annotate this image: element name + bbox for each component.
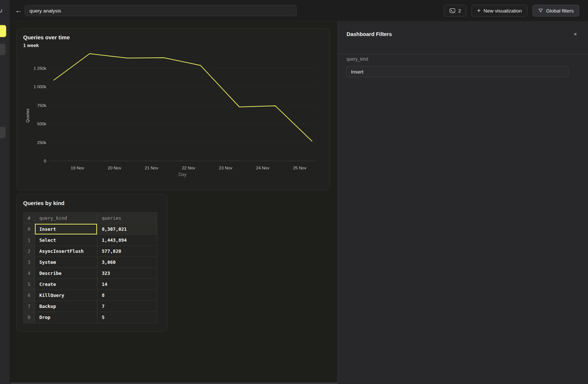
queries-table: #query_kindqueries0Insert8,307,0211Selec… — [23, 212, 157, 323]
x-tick-label: 20 Nov — [108, 166, 121, 170]
x-tick-label: 24 Nov — [256, 166, 270, 170]
table-row: 7Backup7 — [24, 301, 157, 312]
table-row: 8Drop5 — [24, 312, 157, 323]
column-header-query-kind[interactable]: query_kind — [35, 213, 97, 224]
cell-queries[interactable]: 577,820 — [97, 246, 157, 257]
table-row: 6KillQuery8 — [24, 290, 157, 301]
global-filters-button[interactable]: Global filters — [533, 5, 579, 17]
x-tick-label: 21 Nov — [145, 166, 158, 170]
query-kind-filter-input[interactable] — [347, 66, 569, 77]
query-kind-filter-label: query_kind — [347, 57, 368, 62]
y-axis-label: Queries — [25, 108, 30, 123]
cell-queries[interactable]: 14 — [97, 279, 157, 290]
console-tabs-button[interactable]: 2 — [444, 5, 467, 17]
y-tick-label: 500k — [37, 122, 46, 126]
new-visualization-label: New visualization — [484, 8, 522, 14]
left-sidebar: ↻ — [0, 0, 10, 384]
filters-panel-title: Dashboard Filters — [347, 31, 392, 37]
queries-line — [54, 54, 312, 141]
row-index: 0 — [24, 224, 35, 235]
table-row: 3System3,060 — [24, 257, 157, 268]
x-tick-label: 23 Nov — [219, 166, 233, 170]
x-tick-label: 19 Nov — [71, 166, 84, 170]
cell-query-kind[interactable]: Insert — [35, 224, 97, 235]
table-header-row: #query_kindqueries — [24, 213, 157, 224]
queries-over-time-card: Queries over time 1 week 0250k500k750k1 … — [17, 28, 330, 190]
dashboard-filters-panel: Dashboard Filters × query_kind — [337, 21, 588, 384]
y-tick-label: 0 — [44, 159, 46, 163]
cell-queries[interactable]: 3,060 — [97, 257, 157, 268]
console-count-label: 2 — [458, 8, 461, 14]
cell-query-kind[interactable]: Select — [35, 235, 97, 246]
y-tick-label: 750k — [37, 103, 46, 108]
global-filters-label: Global filters — [546, 8, 574, 14]
x-tick-label: 22 Nov — [182, 166, 196, 170]
row-index: 8 — [24, 312, 35, 323]
x-tick-label: 25 Nov — [293, 166, 306, 170]
column-header-index[interactable]: # — [24, 213, 35, 224]
cell-query-kind[interactable]: AsyncInsertFlush — [35, 246, 97, 257]
cell-query-kind[interactable]: KillQuery — [35, 290, 97, 301]
back-button[interactable]: ← — [15, 6, 22, 15]
close-icon[interactable]: × — [574, 31, 577, 37]
topbar-actions: 2 + New visualization Global filters — [444, 5, 579, 17]
table-row: 1Select1,443,894 — [24, 235, 157, 246]
filters-panel-header: Dashboard Filters × — [338, 21, 588, 54]
x-axis-label: Day — [179, 172, 186, 177]
sidebar-tile[interactable] — [0, 44, 6, 55]
cell-query-kind[interactable]: Describe — [35, 268, 97, 279]
cell-query-kind[interactable]: Backup — [35, 301, 97, 312]
new-visualization-button[interactable]: + New visualization — [472, 5, 527, 17]
queries-line-chart: 0250k500k750k1 000k1 250k19 Nov20 Nov21 … — [17, 29, 330, 190]
table-row: 2AsyncInsertFlush577,820 — [24, 246, 157, 257]
cell-queries[interactable]: 5 — [97, 312, 157, 323]
y-tick-label: 250k — [37, 140, 46, 145]
cell-query-kind[interactable]: Create — [35, 279, 97, 290]
cell-queries[interactable]: 8,307,021 — [97, 224, 157, 235]
sidebar-tile-active[interactable] — [0, 25, 6, 37]
row-index: 2 — [24, 246, 35, 257]
table-row: 0Insert8,307,021 — [24, 224, 157, 235]
plus-icon: + — [477, 8, 480, 14]
sidebar-tile[interactable] — [0, 127, 6, 138]
cell-query-kind[interactable]: Drop — [35, 312, 97, 323]
top-bar: ← 2 + New visualization Global filters — [10, 0, 588, 21]
row-index: 5 — [24, 279, 35, 290]
scrolled-widget-edge — [10, 383, 337, 384]
row-index: 6 — [24, 290, 35, 301]
y-tick-label: 1 250k — [33, 66, 46, 71]
cell-queries[interactable]: 7 — [97, 301, 157, 312]
row-index: 4 — [24, 268, 35, 279]
row-index: 3 — [24, 257, 35, 268]
column-header-queries[interactable]: queries — [97, 213, 157, 224]
queries-by-kind-card: Queries by kind #query_kindqueries0Inser… — [17, 194, 167, 332]
cell-queries[interactable]: 1,443,894 — [97, 235, 157, 246]
row-index: 1 — [24, 235, 35, 246]
table-title: Queries by kind — [23, 200, 65, 206]
filter-funnel-icon — [538, 8, 543, 13]
cell-queries[interactable]: 323 — [97, 268, 157, 279]
row-index: 7 — [24, 301, 35, 312]
cell-queries[interactable]: 8 — [97, 290, 157, 301]
refresh-icon[interactable]: ↻ — [0, 7, 3, 15]
cell-query-kind[interactable]: System — [35, 257, 97, 268]
table-row: 5Create14 — [24, 279, 157, 290]
y-tick-label: 1 000k — [33, 85, 46, 89]
table-row: 4Describe323 — [24, 268, 157, 279]
dashboard-title-input[interactable] — [25, 5, 297, 16]
console-icon — [449, 8, 455, 14]
